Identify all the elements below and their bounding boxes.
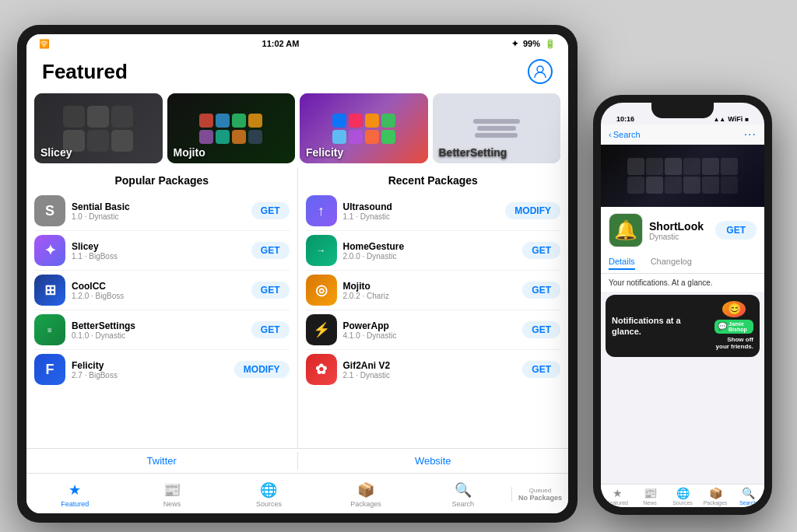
profile-avatar-button[interactable] [528,59,553,84]
battery-icon: 🔋 [545,39,556,49]
tab-featured[interactable]: ★ Featured [26,481,124,508]
tab-details[interactable]: Details [609,257,635,270]
pkg-icon-felicity: F [34,354,65,385]
pkg-name: Slicey [72,241,245,252]
list-item: ✿ Gif2Ani V2 2.1 · Dynastic GET [306,350,561,389]
message-icon: 💬 [718,322,727,331]
wifi-icon: 🛜 [39,39,50,49]
get-slicey-button[interactable]: GET [251,242,290,259]
queued-section: Queued No Packages [511,487,568,502]
friend-avatar: 😊 [722,301,746,317]
page-title: Featured [42,60,128,84]
featured-tab-icon: ★ [68,481,81,499]
pkg-name: Felicity [72,360,228,371]
banner-felicity[interactable]: Felicity [300,93,428,163]
tab-news[interactable]: 📰 News [124,481,221,508]
packages-tab-icon: 📦 [357,481,374,499]
pkg-info: Mojito 2.0.2 · Chariz [343,281,517,300]
iphone-tab-packages-label: Packages [704,500,728,506]
scene: 🛜 11:02 AM ✦ 99% 🔋 Featured [17,9,780,523]
pkg-name: Ultrasound [343,201,500,212]
list-item: ⊞ CoolCC 1.2.0 · BigBoss GET [34,271,290,310]
app-developer: Dynastic [649,233,709,241]
pkg-info: PowerApp 4.1.0 · Dynastic [343,320,517,340]
pkg-name: HomeGesture [343,241,517,252]
get-sential-button[interactable]: GET [251,202,290,219]
twitter-link[interactable]: Twitter [26,452,298,470]
pkg-name: Gif2Ani V2 [343,360,517,371]
pkg-info: HomeGesture 2.0.0 · Dynastic [343,241,517,261]
get-bettersettings-button[interactable]: GET [251,321,290,338]
get-gif2ani-button[interactable]: GET [522,361,560,378]
popular-packages-column: Popular Packages S Sential Basic 1.0 · D… [26,168,298,448]
message-text: Jamie Bishop [729,321,750,332]
back-button[interactable]: ‹ Search [609,130,641,139]
iphone-tab-search[interactable]: 🔍 Search [732,487,764,506]
pkg-info: Felicity 2.7 · BigBoss [72,360,228,380]
get-coolcc-button[interactable]: GET [251,282,290,299]
tab-packages[interactable]: 📦 Packages [318,481,415,508]
pkg-icon-slicey: ✦ [34,235,65,266]
tab-news-label: News [163,500,181,508]
more-options-button[interactable]: ··· [744,128,757,142]
banner-label-slicey: Slicey [40,146,72,159]
modify-felicity-button[interactable]: MODIFY [234,361,290,378]
notif-headline-text: Notifications at a glance. [612,315,710,338]
recent-packages-title: Recent Packages [306,174,561,187]
banner-slicey[interactable]: Slicey [34,93,163,163]
pkg-info: BetterSettings 0.1.0 · Dynastic [72,320,245,340]
banner-label-mojito: Mojito [174,146,205,159]
signal-icon: ▲▲ [713,116,725,123]
banner-label-felicity: Felicity [306,146,343,159]
ipad-device: 🛜 11:02 AM ✦ 99% 🔋 Featured [17,25,578,523]
featured-header: Featured [26,53,568,89]
iphone-tab-packages[interactable]: 📦 Packages [699,487,732,506]
banner-bettersettings[interactable]: BetterSetting [433,93,561,163]
pkg-sub: 0.1.0 · Dynastic [72,331,245,340]
tab-search[interactable]: 🔍 Search [414,481,511,508]
get-shortlook-button[interactable]: GET [715,221,757,240]
tab-featured-label: Featured [61,500,89,508]
banner-row: Slicey [26,89,568,168]
ipad-status-bar: 🛜 11:02 AM ✦ 99% 🔋 [26,34,568,53]
list-item: ⚡ PowerApp 4.1.0 · Dynastic GET [306,310,561,350]
banner-label-bettersettings: BetterSetting [439,146,507,159]
sources-icon-iphone: 🌐 [676,487,690,499]
iphone-tab-bar: ★ Featured 📰 News 🌐 Sources 📦 Packages 🔍 [601,484,764,507]
search-icon-iphone: 🔍 [742,487,755,499]
news-tab-icon: 📰 [163,481,181,499]
queued-value: No Packages [518,494,562,502]
pkg-info: Slicey 1.1 · BigBoss [72,241,245,261]
iphone-tab-featured[interactable]: ★ Featured [601,487,634,506]
banner-mojito[interactable]: Mojito [167,93,296,163]
app-detail: 🔔 ShortLook Dynastic GET [601,207,764,254]
pkg-sub: 4.1.0 · Dynastic [343,331,517,340]
tab-sources[interactable]: 🌐 Sources [220,481,318,508]
tab-sources-label: Sources [256,500,282,508]
iphone-tab-sources[interactable]: 🌐 Sources [666,487,699,506]
website-link[interactable]: Website [298,452,569,470]
get-homegesture-button[interactable]: GET [522,242,560,259]
iphone-tab-news[interactable]: 📰 News [634,487,666,506]
pkg-sub: 2.7 · BigBoss [72,371,228,380]
battery-icon-iphone: ■ [745,116,749,123]
app-description: Your notifications. At a glance. [601,274,764,292]
message-preview: 💬 Jamie Bishop [714,320,753,334]
iphone-tab-search-label: Search [739,500,757,506]
back-label: Search [613,130,641,139]
tab-changelog[interactable]: Changelog [651,257,692,270]
get-powerapp-button[interactable]: GET [522,321,560,338]
pkg-sub: 1.1 · Dynastic [343,212,500,221]
sources-tab-icon: 🌐 [260,481,277,499]
iphone-tab-featured-label: Featured [606,500,628,506]
ipad-status-left: 🛜 [39,39,50,49]
battery-label: 99% [523,39,540,48]
svg-point-0 [537,66,543,72]
pkg-sub: 1.1 · BigBoss [72,252,245,261]
get-mojito-button[interactable]: GET [522,282,560,299]
tab-packages-label: Packages [350,500,381,508]
packages-section: Popular Packages S Sential Basic 1.0 · D… [26,168,568,448]
iphone-nav: ‹ Search ··· [601,124,764,145]
app-name: ShortLook [649,220,709,233]
modify-ultrasound-button[interactable]: MODIFY [505,202,560,219]
